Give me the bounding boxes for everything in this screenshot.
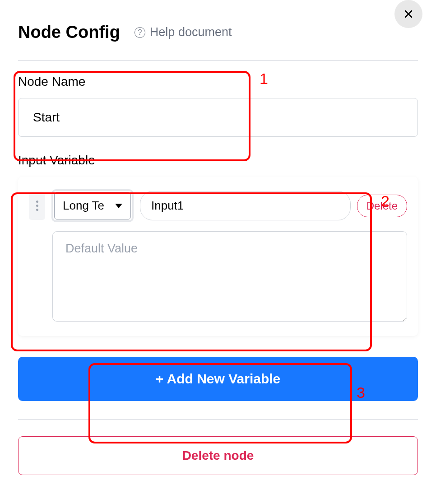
variable-row: Long Te Delete (29, 189, 407, 222)
chevron-down-icon (115, 204, 122, 208)
input-variable-label: Input Variable (18, 153, 418, 168)
variable-type-select[interactable]: Long Te (54, 192, 131, 219)
drag-dot (36, 201, 38, 203)
node-name-section: Node Name (18, 75, 418, 137)
drag-dot (36, 209, 38, 211)
drag-dot (36, 205, 38, 207)
help-document-link[interactable]: ? Help document (135, 25, 232, 39)
header-divider (18, 60, 418, 61)
variable-name-input[interactable] (140, 191, 351, 220)
node-name-label: Node Name (18, 75, 418, 89)
close-icon (403, 9, 414, 19)
delete-node-button[interactable]: Delete node (18, 436, 418, 475)
help-icon: ? (135, 27, 145, 38)
type-select-wrapper: Long Te (51, 189, 134, 222)
page-title: Node Config (18, 23, 120, 42)
default-value-textarea[interactable] (52, 231, 407, 322)
close-button[interactable] (394, 0, 422, 28)
variable-card: Long Te Delete (18, 177, 418, 336)
help-label: Help document (150, 25, 232, 39)
node-name-input[interactable] (18, 98, 418, 137)
type-select-text: Long Te (63, 199, 111, 213)
add-new-variable-button[interactable]: + Add New Variable (18, 357, 418, 401)
header: Node Config ? Help document (18, 23, 418, 42)
bottom-divider (18, 419, 418, 420)
delete-variable-button[interactable]: Delete (357, 195, 407, 217)
drag-handle[interactable] (29, 192, 45, 220)
